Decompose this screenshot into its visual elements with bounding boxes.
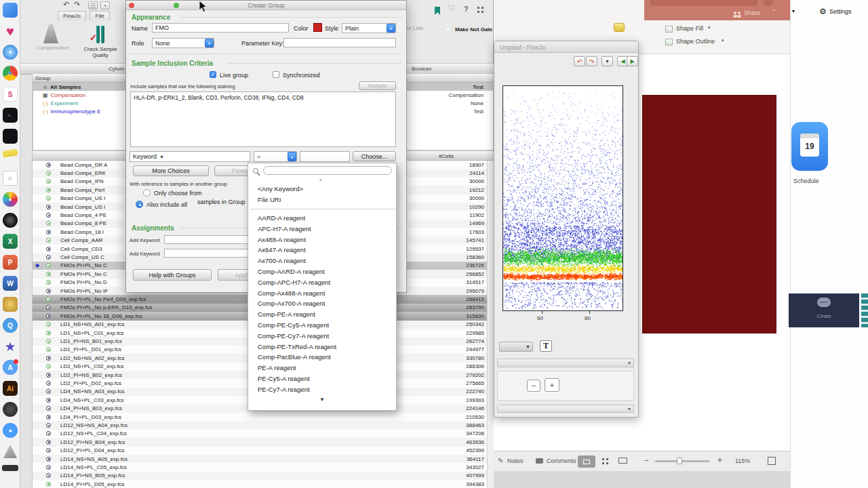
dock-icon-photos[interactable]: ● [3, 192, 18, 207]
dock-icon-excel[interactable]: X [3, 234, 18, 249]
normal-view-button[interactable] [578, 455, 595, 468]
menu-caret-icon[interactable]: ▾ [792, 8, 795, 14]
redo-icon[interactable]: ↷ [74, 0, 80, 9]
scroll-up-icon[interactable]: ▴ [319, 177, 322, 182]
dock-icon-zoom[interactable]: ■ [3, 423, 18, 438]
collapsed-panel-2[interactable]: ▾ [497, 405, 634, 413]
dock-icon-word[interactable]: W [3, 276, 18, 291]
multiple-button[interactable]: Multiple [359, 81, 396, 90]
sample-row[interactable]: LD4_PI+PL_D03_exp.fcs210530 [33, 413, 494, 421]
dock-icon-terminal-alt[interactable] [3, 129, 18, 144]
add-icon[interactable]: + [100, 1, 110, 9]
sample-row[interactable]: LD14_PI+NS_B05_exp.fcs407999 [33, 472, 494, 480]
dock-icon-star-app[interactable]: ★ [3, 339, 18, 354]
only-choose-from-radio[interactable] [143, 189, 151, 197]
chats-label[interactable]: Chats [809, 313, 839, 319]
dock-icon-vinyl[interactable] [3, 213, 18, 228]
undo-icon[interactable]: ↶ [63, 0, 69, 9]
sample-row[interactable]: LD12_NS+PL_C04_exp.fcs347208 [33, 430, 494, 438]
axis-parameter-dropdown[interactable]: ▼ [499, 342, 533, 352]
tab-flowjo[interactable]: FlowJo [58, 11, 86, 20]
sample-row[interactable]: LD14_NS+NS_A05_exp.fcs364117 [33, 455, 494, 463]
compensation-button[interactable]: Compensation [28, 45, 77, 51]
keyword-popup-item[interactable]: Comp-PE-Cy5-A reagent [248, 320, 397, 331]
fullscreen-icon[interactable] [768, 457, 776, 465]
minus-button[interactable]: − [527, 380, 540, 392]
sample-row[interactable]: LD14_PI+PL_D05_exp.fcs394383 [33, 480, 494, 488]
titlebar-search-pill[interactable] [650, 0, 758, 6]
style-dropdown[interactable]: Plain▾ [342, 23, 396, 33]
shape-fill-button[interactable]: Shape Fill [676, 25, 703, 32]
slide-sorter-view-icon[interactable] [602, 458, 604, 460]
dock-icon-sticky[interactable] [2, 148, 18, 158]
bookmark-icon[interactable] [435, 7, 440, 15]
keyword-popup-item[interactable]: <Any Keyword> [248, 184, 397, 195]
dock-icon-notes[interactable]: ≡ [3, 171, 18, 186]
collapsed-panel-1[interactable]: ▾ [497, 359, 634, 367]
staining-textarea[interactable]: HLA-DR, p-ERK1_2, Blank, CD3, Perforin, … [130, 92, 396, 147]
shape-outline-button[interactable]: Shape Outline [676, 38, 715, 45]
dock-icon-illustrator[interactable]: Ai [3, 381, 18, 396]
tab-file[interactable]: File [90, 11, 110, 20]
more-choices-button[interactable]: More Choices [133, 165, 209, 176]
keyword-popup-item[interactable]: Comp-PE-Cy7-A reagent [248, 330, 397, 341]
dock-icon-safari[interactable]: ✦ [3, 45, 18, 60]
dock-icon-trash[interactable] [2, 465, 18, 471]
share-chevron-icon[interactable]: ⌃ [772, 9, 776, 15]
settings-button[interactable]: Settings [829, 8, 852, 15]
zoom-slider-handle[interactable] [677, 458, 682, 464]
grid-icon[interactable] [477, 7, 479, 9]
zoom-in-button[interactable]: + [717, 455, 722, 465]
titlebar-search-icon[interactable] [764, 0, 773, 6]
dock-icon-powerpoint[interactable]: P [3, 255, 18, 270]
graph-dropdown-button[interactable]: ▼ [601, 56, 613, 66]
keyword-popup-item[interactable]: Ax647-A reagent [248, 245, 397, 256]
also-include-all-radio[interactable] [136, 201, 143, 208]
graph-window-titlebar[interactable]: Ungated - FlowJo [494, 41, 638, 53]
keyword-dropdown[interactable]: Keyword▼ [130, 151, 250, 162]
zoom-out-button[interactable]: − [644, 456, 648, 464]
slideshow-view-icon[interactable] [618, 458, 627, 464]
color-swatch-button[interactable] [313, 23, 322, 32]
notes-button[interactable]: Notes [507, 458, 524, 464]
keyword-popup-item[interactable]: PE-Cy5-A reagent [248, 373, 397, 384]
add-keyword-input-2[interactable] [164, 249, 259, 258]
columns-icon[interactable] [88, 1, 98, 9]
synchronized-checkbox[interactable] [273, 71, 279, 78]
slide-red-rectangle-shape[interactable] [642, 95, 776, 333]
text-annotation-button[interactable]: T [540, 340, 552, 352]
add-keyword-input-1[interactable] [164, 235, 259, 244]
operator-dropdown[interactable]: =▾ [254, 151, 297, 162]
keyword-popup-item[interactable]: Comp-PacBlue-A reagent [248, 352, 397, 363]
dock-icon-terminal[interactable]: >_ [3, 108, 18, 123]
sample-row[interactable]: LD12_PI+PL_D04_exp.fcs452399 [33, 447, 494, 455]
shape-outline-caret-icon[interactable]: ▾ [722, 38, 724, 43]
chats-bubble-icon[interactable] [817, 298, 831, 307]
shape-fill-caret-icon[interactable]: ▾ [708, 25, 711, 30]
keyword-popup-item[interactable]: Comp-Ax700-A reagent [248, 298, 397, 309]
keyword-popup-item[interactable]: Ax700-A reagent [248, 256, 397, 266]
sample-row[interactable]: LD14_NS+PL_C05_exp.fcs343027 [33, 463, 494, 471]
make-not-gate-button[interactable]: Make Not Gate [455, 26, 493, 33]
flow-cytometry-plot[interactable] [502, 85, 623, 311]
ribbon-color-swatch-icon[interactable] [614, 23, 625, 32]
keyword-popup-item[interactable]: PE-Cy7-A reagent [248, 384, 397, 394]
dock-icon-jmp[interactable] [3, 297, 18, 312]
keyword-popup-item[interactable]: Comp-AARD-A reagent [248, 266, 397, 277]
sample-row[interactable]: LD12_NS+NS_A04_exp.fcs388463 [33, 421, 494, 429]
keyword-popup-item[interactable]: Comp-PE-A reagent [248, 309, 397, 320]
help-icon[interactable]: ? [464, 5, 469, 13]
dock-icon-compass-app[interactable]: A [3, 360, 18, 375]
group-column-header[interactable]: Group [35, 75, 50, 81]
check-sample-quality-button-line2[interactable]: Quality [75, 52, 126, 58]
check-sample-quality-button[interactable]: Check Sample [75, 46, 126, 52]
dock-icon-chrome[interactable]: ● [3, 66, 18, 81]
graph-next-button[interactable]: ▶ [627, 56, 638, 66]
zoom-percent[interactable]: 115% [735, 458, 750, 464]
comments-button[interactable]: Comments [547, 458, 576, 464]
graph-redo-button[interactable]: ↷ [586, 56, 597, 66]
keyword-popup-item[interactable]: Comp-PE-TxRed-A reagent [248, 341, 397, 352]
dialog-titlebar[interactable]: Create Group [126, 1, 406, 10]
cells-column-header[interactable]: #Cells [412, 153, 480, 159]
dock-icon-slack[interactable]: S [3, 87, 18, 102]
